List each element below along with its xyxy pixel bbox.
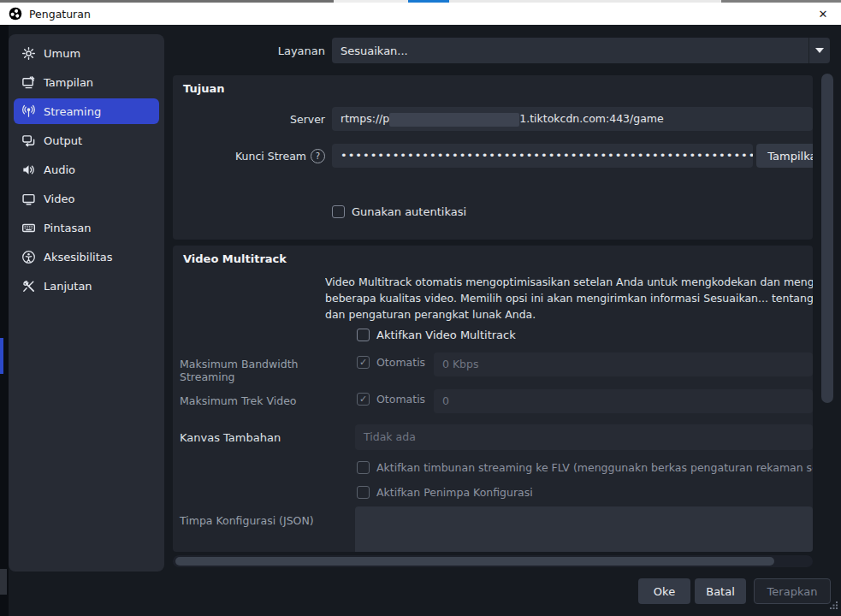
- tujuan-group-title: Tujuan: [173, 75, 813, 102]
- stream-key-input[interactable]: ••••••••••••••••••••••••••••••••••••••••…: [332, 144, 753, 168]
- antenna-icon: [21, 104, 36, 119]
- resize-grip-icon[interactable]: [830, 597, 838, 613]
- settings-window: Pengaturan ✕ Umum Tampilan: [0, 0, 841, 616]
- sidebar-item-label: Umum: [44, 47, 80, 60]
- enable-multitrack-row[interactable]: Aktifkan Video Multitrack: [357, 329, 516, 341]
- obs-logo-icon: [9, 7, 22, 21]
- sidebar-item-tampilan[interactable]: Tampilan: [14, 69, 159, 95]
- enable-multitrack-checkbox[interactable]: [357, 329, 370, 341]
- max-tracks-auto-row: Otomatis: [357, 393, 425, 406]
- sidebar-item-video[interactable]: Video: [14, 186, 159, 211]
- sidebar-item-lanjutan[interactable]: Lanjutan: [14, 273, 159, 299]
- json-override-label: Timpa Konfigurasi (JSON): [180, 514, 351, 527]
- auth-checkbox-row[interactable]: Gunakan autentikasi: [332, 205, 466, 218]
- max-bandwidth-input: 0 Kbps: [434, 352, 813, 376]
- left-edge-strip: [0, 25, 9, 616]
- help-icon[interactable]: ?: [311, 149, 325, 163]
- server-url-redacted: [389, 113, 519, 127]
- multitrack-group-title: Video Multitrack: [173, 246, 813, 272]
- ok-button[interactable]: Oke: [638, 578, 690, 604]
- chevron-down-icon[interactable]: [808, 38, 830, 63]
- extra-canvas-input: Tidak ada: [355, 424, 813, 450]
- tools-icon: [21, 278, 36, 293]
- show-stream-key-button[interactable]: Tampilkan: [756, 144, 813, 168]
- monitor-icon: [21, 191, 36, 206]
- close-icon[interactable]: ✕: [814, 8, 832, 21]
- server-url-prefix: rtmps://p: [341, 112, 389, 125]
- multitrack-group: Video Multitrack Video Multitrack otomat…: [173, 246, 813, 552]
- max-bandwidth-label: Maksimum Bandwidth Streaming: [180, 358, 351, 383]
- service-label: Layanan: [173, 44, 325, 57]
- accessibility-icon: [21, 249, 36, 264]
- auth-checkbox[interactable]: [332, 205, 345, 218]
- stream-key-label-row: Kunci Stream ?: [173, 149, 325, 163]
- horizontal-scrollbar[interactable]: [173, 555, 813, 567]
- sidebar-item-label: Output: [44, 134, 82, 147]
- max-tracks-label: Maksimum Trek Video: [180, 394, 351, 407]
- flv-checkbox-row: Aktifkan timbunan streaming ke FLV (meng…: [357, 461, 813, 474]
- override-checkbox: [357, 486, 370, 499]
- enable-multitrack-label: Aktifkan Video Multitrack: [376, 329, 516, 341]
- auth-checkbox-label: Gunakan autentikasi: [352, 205, 466, 218]
- title-bar: Pengaturan ✕: [0, 3, 841, 25]
- sidebar-item-pintasan[interactable]: Pintasan: [14, 215, 159, 240]
- settings-sidebar: Umum Tampilan Streaming Output: [9, 34, 164, 572]
- sidebar-item-label: Lanjutan: [44, 280, 92, 293]
- sidebar-item-label: Pintasan: [44, 222, 91, 234]
- horizontal-scrollbar-thumb[interactable]: [175, 557, 774, 566]
- sidebar-item-label: Streaming: [44, 105, 101, 118]
- flv-checkbox-label: Aktifkan timbunan streaming ke FLV (meng…: [376, 461, 813, 474]
- service-dropdown-value: Sesuaikan...: [332, 44, 808, 57]
- flv-checkbox: [357, 461, 370, 474]
- sidebar-item-label: Tampilan: [44, 76, 93, 89]
- window-title: Pengaturan: [29, 8, 91, 21]
- gear-icon: [21, 45, 36, 61]
- keyboard-icon: [21, 220, 36, 235]
- max-tracks-input: 0: [434, 389, 813, 413]
- sidebar-item-umum[interactable]: Umum: [14, 40, 159, 66]
- sidebar-item-streaming[interactable]: Streaming: [14, 98, 159, 124]
- extra-canvas-label: Kanvas Tambahan: [180, 431, 351, 444]
- server-url-suffix: 1.tiktokcdn.com:443/game: [519, 112, 663, 125]
- output-icon: [21, 133, 36, 148]
- sidebar-item-label: Audio: [44, 163, 75, 176]
- max-bandwidth-auto-label: Otomatis: [376, 356, 425, 369]
- max-tracks-auto-label: Otomatis: [376, 393, 425, 406]
- override-checkbox-label: Aktifkan Penimpa Konfigurasi: [376, 486, 533, 499]
- sidebar-item-output[interactable]: Output: [14, 127, 159, 153]
- max-tracks-auto-checkbox: [357, 393, 370, 406]
- display-appearance-icon: [21, 74, 36, 90]
- sidebar-item-label: Aksesibilitas: [44, 251, 113, 264]
- apply-button: Terapkan: [754, 578, 831, 604]
- server-label: Server: [173, 113, 325, 126]
- vertical-scrollbar-thumb[interactable]: [821, 74, 833, 403]
- sidebar-item-audio[interactable]: Audio: [14, 157, 159, 182]
- service-dropdown[interactable]: Sesuaikan...: [332, 38, 830, 63]
- speaker-icon: [21, 162, 36, 177]
- cancel-button[interactable]: Batal: [695, 578, 746, 604]
- json-override-textarea: [355, 506, 813, 552]
- tujuan-group: Tujuan Server rtmps://p1.tiktokcdn.com:4…: [173, 75, 813, 240]
- sidebar-item-label: Video: [44, 192, 74, 205]
- server-input[interactable]: rtmps://p1.tiktokcdn.com:443/game: [332, 107, 813, 131]
- stream-key-label: Kunci Stream: [235, 150, 306, 163]
- max-bandwidth-auto-row: Otomatis: [357, 356, 425, 369]
- max-bandwidth-auto-checkbox: [357, 356, 370, 369]
- override-checkbox-row: Aktifkan Penimpa Konfigurasi: [357, 486, 533, 499]
- sidebar-item-aksesibilitas[interactable]: Aksesibilitas: [14, 244, 159, 270]
- multitrack-description: Video Multitrack otomatis mengoptimisasi…: [325, 274, 813, 323]
